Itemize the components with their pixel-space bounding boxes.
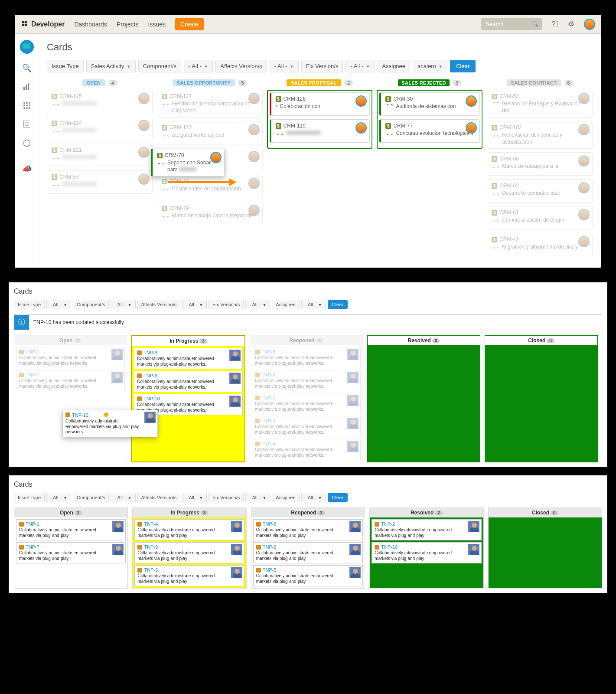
feedback-rail-icon[interactable]: 📣: [22, 164, 32, 174]
page-title: Cards: [9, 287, 607, 300]
issue-card[interactable]: TNP-3 Collaboratively administrate empow…: [252, 416, 361, 437]
drop-target[interactable]: $ CRM-126 ↑ Colaboración con $ CRM-119 ⌄…: [267, 90, 373, 149]
issue-card[interactable]: TNP-10 Collaboratively administrate empo…: [372, 542, 481, 563]
search-icon: 🔍: [532, 21, 538, 27]
issue-card[interactable]: TNP-6 Collaboratively administrate empow…: [253, 542, 363, 563]
issue-card[interactable]: TNP-9 Collaboratively administrate empow…: [134, 348, 243, 369]
issue-card[interactable]: $ CRM-102 ⌄⌄ Renovación de licencias y a…: [487, 121, 593, 149]
svg-point-11: [29, 107, 30, 109]
issue-card[interactable]: $ CRM-120 ⌄⌄ aseguramiento calidad: [157, 121, 263, 144]
clear-button[interactable]: Clear: [328, 300, 348, 309]
filter-affects[interactable]: - All - ▼: [182, 300, 207, 309]
issue-card-dragging[interactable]: TNP-10 ✊ Collaboratively administrate em…: [62, 410, 158, 437]
nav-projects[interactable]: Projects: [117, 21, 139, 28]
clear-button[interactable]: Clear: [328, 493, 348, 502]
issue-card[interactable]: TNP-3 Collaboratively administrate empow…: [134, 565, 244, 586]
filter-issue-type[interactable]: - All - ▼: [46, 300, 71, 309]
priority-low-icon: ⌄⌄: [492, 244, 500, 249]
filter-issue-type[interactable]: Sales Activity ▼: [86, 60, 136, 72]
grid-rail-icon[interactable]: [23, 102, 30, 111]
issue-card[interactable]: TNP-5 Collaboratively administrate empow…: [253, 565, 363, 586]
issue-card[interactable]: $ CRM-42 ⌄⌄ Migración y alojamiento de J…: [487, 233, 593, 256]
board-column: Open2 TNP-1 Collaboratively administrate…: [14, 507, 128, 589]
issue-card[interactable]: TNP-2 Collaboratively administrate empow…: [372, 519, 481, 540]
nav-issues[interactable]: Issues: [148, 21, 165, 28]
svg-point-5: [29, 102, 30, 104]
filter-bar: Issue Type - All - ▼ Component/s - All -…: [9, 300, 607, 314]
column-count: 0: [547, 338, 554, 343]
issue-summary: Collaboratively administrate empowered m…: [255, 378, 358, 389]
issue-card[interactable]: TNP-9 Collaboratively administrate empow…: [134, 542, 244, 563]
issue-card[interactable]: TNP-7 Collaboratively administrate empow…: [16, 370, 125, 391]
issue-card[interactable]: $ CRM-119 ⌄⌄: [270, 119, 370, 143]
filter-assignee[interactable]: - All - ▼: [301, 300, 326, 309]
priority-low-icon: ⌄⌄: [492, 217, 500, 223]
chevron-down-icon: ▼: [262, 303, 266, 307]
issue-card[interactable]: $ CRM-79 ⌄⌄ Marco de trabajo para la mej…: [157, 202, 263, 225]
filter-fix[interactable]: - All - ▼: [245, 300, 270, 309]
project-avatar-icon[interactable]: [20, 40, 34, 54]
issue-card[interactable]: TNP-6 Collaboratively administrate empow…: [134, 371, 243, 392]
chart-rail-icon[interactable]: [23, 82, 31, 92]
issue-card[interactable]: $ CRM-66 ⌄⌄ Marco de trabajo para la: [487, 152, 593, 176]
issue-key: TNP-4: [144, 521, 158, 527]
priority-low-icon: ⌄⌄: [492, 190, 500, 196]
column-header: In Progress3: [133, 508, 246, 517]
filter-fix[interactable]: - All - ▼: [245, 493, 270, 502]
page-title: Cards: [47, 42, 597, 53]
assignee-avatar: [138, 93, 150, 104]
issue-card-dragging[interactable]: $ CRM-70 ⌄⌄Soporte con Sonar para: [151, 149, 225, 177]
chevron-down-icon: ▼: [127, 64, 131, 69]
issue-key: CRM-30: [393, 96, 413, 102]
column-count: 5: [316, 338, 323, 343]
issue-card[interactable]: TNP-1 Collaboratively administrate empow…: [16, 519, 126, 540]
drop-target[interactable]: $ CRM-30 ⌃⌃ Auditoría de sistemas con $ …: [377, 90, 482, 149]
priority-low-icon: ⌄⌄: [162, 213, 170, 218]
filter-fix[interactable]: - All - ▼: [345, 60, 375, 72]
help-icon[interactable]: ?⃝: [551, 20, 558, 29]
issue-card[interactable]: TNP-7 Collaboratively administrate empow…: [16, 542, 126, 563]
issue-card[interactable]: $ CRM-30 ⌃⌃ Auditoría de sistemas con: [379, 92, 480, 116]
issue-card[interactable]: TNP-5 Collaboratively administrate empow…: [252, 370, 361, 391]
filter-assignee[interactable]: acalero ▼: [413, 60, 447, 72]
issue-card[interactable]: $ CRM-62 ⌄⌄ Desarrollo compatibilidad: [487, 179, 593, 203]
issue-card[interactable]: $ CRM-124 ⌄⌄: [47, 117, 153, 140]
search-rail-icon[interactable]: 🔍: [22, 63, 32, 73]
issue-summary: Collaboratively administrate empowered m…: [256, 550, 360, 561]
column-header: Open2: [14, 508, 127, 517]
list-rail-icon[interactable]: [23, 121, 30, 130]
issue-card[interactable]: TNP-4 Collaboratively administrate empow…: [134, 519, 244, 540]
issue-card[interactable]: $ CRM-53 ⌃⌃ Gestión de Entregas y Evalua…: [487, 90, 593, 118]
nav-dashboards[interactable]: Dashboards: [74, 21, 107, 28]
create-button[interactable]: Create: [175, 18, 204, 30]
filter-affects[interactable]: - All - ▼: [182, 493, 207, 502]
board-column: Closed0: [485, 335, 598, 462]
filter-issue-type[interactable]: - All - ▼: [46, 493, 71, 502]
filter-assignee[interactable]: - All - ▼: [301, 493, 326, 502]
gear-icon[interactable]: ⚙: [568, 20, 574, 29]
clear-button[interactable]: Clear: [450, 60, 476, 72]
issue-card[interactable]: $ CRM-125 ⌄⌄: [47, 90, 153, 113]
issue-type-icon: $: [492, 125, 497, 131]
issue-card[interactable]: TNP-8 Collaboratively administrate empow…: [252, 347, 361, 368]
issue-card[interactable]: TNP-8 Collaboratively administrate empow…: [253, 519, 363, 540]
brand-logo[interactable]: Developer: [21, 20, 65, 29]
filter-components[interactable]: - All - ▼: [184, 60, 213, 72]
column-header: Reopened3: [251, 508, 365, 517]
filter-affects[interactable]: - All - ▼: [270, 60, 299, 72]
issue-card[interactable]: TNP-1 Collaboratively administrate empow…: [16, 347, 125, 368]
settings-rail-icon[interactable]: [23, 139, 31, 149]
issue-card[interactable]: $ CRM-121 ⌄⌄: [47, 144, 153, 167]
assignee-avatar: [466, 95, 477, 107]
issue-card[interactable]: TNP-4 Collaboratively administrate empow…: [252, 439, 361, 460]
issue-card[interactable]: $ CRM-57 ⌄⌄: [47, 170, 153, 194]
issue-card[interactable]: $ CRM-61 ⌄⌄ Comercialización de plugin: [487, 206, 593, 229]
kanban-board: OPEN 4 $ CRM-125 ⌄⌄ $ CRM-124 ⌄⌄: [47, 79, 597, 260]
issue-card[interactable]: $ CRM-77 ⌄⌄ Concurso evolución tecnológi…: [379, 119, 480, 143]
issue-card[interactable]: TNP-2 Collaboratively administrate empow…: [252, 393, 361, 414]
filter-components[interactable]: - All - ▼: [111, 493, 135, 502]
issue-card[interactable]: $ CRM-126 ↑ Colaboración con: [270, 92, 370, 116]
filter-components[interactable]: - All - ▼: [111, 300, 135, 309]
user-avatar[interactable]: [584, 19, 595, 30]
issue-card[interactable]: $ CRM-127 ⌄⌄ Gestión de licencia corpora…: [157, 90, 263, 118]
